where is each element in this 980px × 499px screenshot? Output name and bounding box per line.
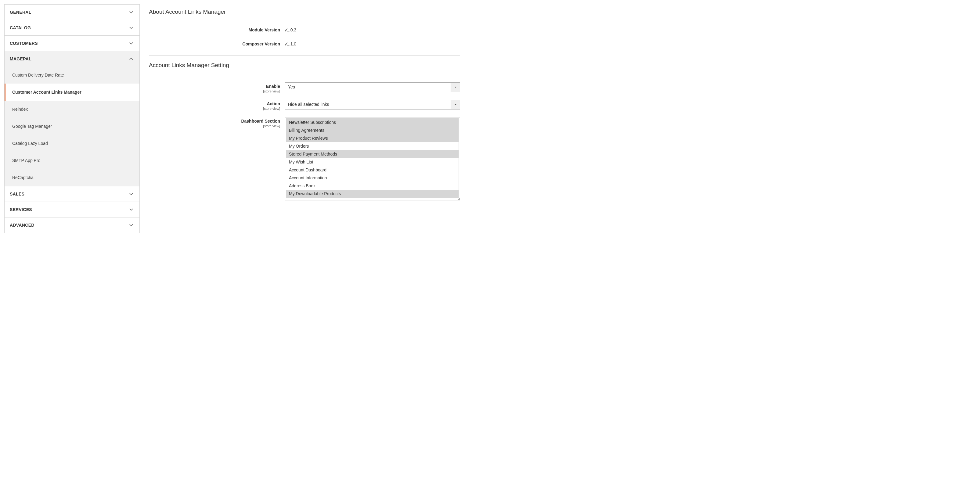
dashboard-section-label: Dashboard Section bbox=[149, 119, 280, 124]
multiselect-option[interactable]: Account Dashboard bbox=[286, 166, 458, 174]
multiselect-option[interactable]: Account Information bbox=[286, 174, 458, 182]
sidebar-label: CUSTOMERS bbox=[10, 41, 38, 46]
enable-row: Enable [store view] Yes bbox=[149, 83, 460, 93]
info-label-col: Composer Version bbox=[149, 41, 285, 46]
sidebar-section-services: SERVICES bbox=[4, 202, 140, 217]
form-control-col: Newsletter Subscriptions Billing Agreeme… bbox=[285, 117, 460, 200]
sidebar-item-recaptcha[interactable]: ReCaptcha bbox=[5, 169, 140, 186]
scope-label: [store view] bbox=[149, 124, 280, 128]
sidebar-header-customers[interactable]: CUSTOMERS bbox=[5, 36, 140, 51]
form-label-col: Action [store view] bbox=[149, 100, 285, 110]
sidebar-header-services[interactable]: SERVICES bbox=[5, 202, 140, 217]
sidebar-item-smtp-app-pro[interactable]: SMTP App Pro bbox=[5, 152, 140, 169]
chevron-down-icon bbox=[129, 41, 133, 45]
sidebar-label: CATALOG bbox=[10, 25, 31, 30]
sidebar-section-general: GENERAL bbox=[4, 4, 140, 20]
sidebar-header-general[interactable]: GENERAL bbox=[5, 5, 140, 20]
sidebar-label: SERVICES bbox=[10, 207, 32, 212]
composer-version-label: Composer Version bbox=[149, 41, 280, 46]
config-sidebar: GENERAL CATALOG CUSTOMERS MAGEPAL bbox=[4, 4, 140, 233]
sidebar-label: ADVANCED bbox=[10, 222, 35, 227]
multiselect-option[interactable]: My Product Reviews bbox=[286, 134, 458, 142]
sidebar-submenu-magepal: Custom Delivery Date Rate Customer Accou… bbox=[5, 67, 140, 186]
multiselect-option[interactable]: Billing Agreements bbox=[286, 126, 458, 134]
chevron-down-icon bbox=[129, 207, 133, 212]
multiselect-inner: Newsletter Subscriptions Billing Agreeme… bbox=[286, 118, 459, 198]
sidebar-section-advanced: ADVANCED bbox=[4, 217, 140, 233]
module-version-row: Module Version v1.0.3 bbox=[149, 27, 460, 32]
enable-select[interactable]: Yes bbox=[285, 83, 460, 92]
scope-label: [store view] bbox=[149, 107, 280, 110]
sidebar-section-magepal: MAGEPAL Custom Delivery Date Rate Custom… bbox=[4, 51, 140, 186]
settings-title: Account Links Manager Setting bbox=[149, 62, 460, 68]
sidebar-item-custom-delivery-date-rate[interactable]: Custom Delivery Date Rate bbox=[5, 67, 140, 84]
action-select-value: Hide all selected links bbox=[285, 100, 451, 109]
sidebar-item-catalog-lazy-load[interactable]: Catalog Lazy Load bbox=[5, 135, 140, 152]
sidebar-item-reindex[interactable]: Reindex bbox=[5, 101, 140, 118]
chevron-down-icon bbox=[129, 223, 133, 227]
form-label-col: Enable [store view] bbox=[149, 83, 285, 93]
enable-label: Enable bbox=[149, 84, 280, 89]
main-content: About Account Links Manager Module Versi… bbox=[140, 4, 460, 233]
select-arrow-icon bbox=[451, 100, 460, 109]
sidebar-label: SALES bbox=[10, 192, 24, 196]
multiselect-option[interactable]: Stored Payment Methods bbox=[286, 150, 458, 158]
sidebar-header-catalog[interactable]: CATALOG bbox=[5, 20, 140, 35]
form-label-col: Dashboard Section [store view] bbox=[149, 117, 285, 128]
multiselect-option[interactable]: My Downloadable Products bbox=[286, 190, 458, 198]
sidebar-header-sales[interactable]: SALES bbox=[5, 186, 140, 202]
chevron-down-icon bbox=[129, 25, 133, 30]
sidebar-section-sales: SALES bbox=[4, 186, 140, 202]
form-control-col: Hide all selected links bbox=[285, 100, 460, 110]
sidebar-section-customers: CUSTOMERS bbox=[4, 35, 140, 51]
chevron-down-icon bbox=[129, 192, 133, 196]
sidebar-item-google-tag-manager[interactable]: Google Tag Manager bbox=[5, 118, 140, 135]
action-row: Action [store view] Hide all selected li… bbox=[149, 100, 460, 110]
multiselect-option[interactable]: My Orders bbox=[286, 142, 458, 150]
resize-handle-icon[interactable] bbox=[285, 199, 460, 200]
composer-version-value: v1.1.0 bbox=[285, 41, 296, 46]
form-control-col: Yes bbox=[285, 83, 460, 92]
section-divider bbox=[149, 56, 460, 56]
info-label-col: Module Version bbox=[149, 27, 285, 32]
about-title: About Account Links Manager bbox=[149, 8, 460, 15]
dashboard-section-row: Dashboard Section [store view] Newslette… bbox=[149, 117, 460, 200]
enable-select-value: Yes bbox=[285, 83, 451, 92]
action-label: Action bbox=[149, 101, 280, 106]
sidebar-header-advanced[interactable]: ADVANCED bbox=[5, 218, 140, 233]
chevron-up-icon bbox=[129, 57, 133, 61]
multiselect-option[interactable]: Address Book bbox=[286, 182, 458, 190]
sidebar-item-customer-account-links-manager[interactable]: Customer Account Links Manager bbox=[5, 84, 140, 101]
sidebar-header-magepal[interactable]: MAGEPAL bbox=[5, 51, 140, 67]
multiselect-option[interactable]: My Wish List bbox=[286, 158, 458, 166]
multiselect-option[interactable]: Newsletter Subscriptions bbox=[286, 118, 458, 126]
sidebar-label: MAGEPAL bbox=[10, 56, 32, 61]
scope-label: [store view] bbox=[149, 89, 280, 93]
sidebar-label: GENERAL bbox=[10, 10, 32, 14]
module-version-label: Module Version bbox=[149, 27, 280, 32]
action-select[interactable]: Hide all selected links bbox=[285, 100, 460, 110]
select-arrow-icon bbox=[451, 83, 460, 92]
chevron-down-icon bbox=[129, 10, 133, 14]
composer-version-row: Composer Version v1.1.0 bbox=[149, 41, 460, 46]
dashboard-multiselect[interactable]: Newsletter Subscriptions Billing Agreeme… bbox=[285, 117, 460, 200]
sidebar-section-catalog: CATALOG bbox=[4, 20, 140, 35]
module-version-value: v1.0.3 bbox=[285, 27, 296, 32]
